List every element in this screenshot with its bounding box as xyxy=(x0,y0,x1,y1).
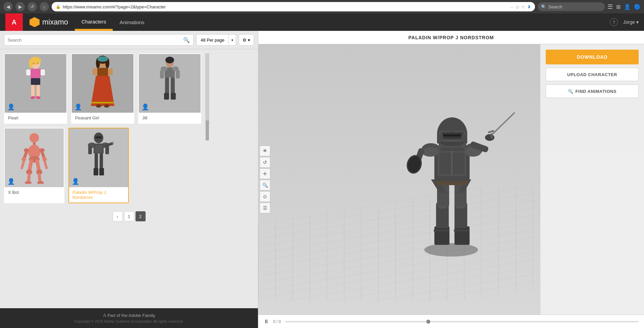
back-button[interactable]: ◀ xyxy=(3,2,13,11)
viewer-header: PALADIN W/PROP J NORDSTROM xyxy=(258,31,644,44)
svg-rect-30 xyxy=(165,77,169,94)
profile-icon[interactable]: 👤 xyxy=(624,4,631,10)
svg-line-40 xyxy=(22,161,24,168)
character-name-pearl: Pearl xyxy=(5,113,66,123)
svg-rect-8 xyxy=(37,85,40,97)
grid-row-2: 👤 X Bot xyxy=(4,128,254,203)
svg-rect-72 xyxy=(454,226,470,245)
viewer-tool-eye[interactable]: 👁 xyxy=(260,146,270,156)
svg-rect-7 xyxy=(31,85,35,97)
viewer-tool-menu[interactable]: ☰ xyxy=(260,203,270,213)
extension-icon[interactable]: 🔵 xyxy=(634,4,641,10)
forward-button[interactable]: ▶ xyxy=(15,2,25,11)
per-page-select[interactable]: 48 Per page ▾ xyxy=(196,34,236,46)
upload-character-button[interactable]: UPLOAD CHARACTER xyxy=(546,68,639,81)
characters-grid: 👤 Pearl xyxy=(0,49,258,308)
viewer-tool-move[interactable]: ✛ xyxy=(260,168,270,179)
prev-page-button[interactable]: ‹ xyxy=(113,211,123,221)
per-page-button[interactable]: 48 Per page xyxy=(196,34,228,46)
find-animations-button[interactable]: 🔍 FIND ANIMATIONS xyxy=(546,85,639,98)
settings-dropdown-arrow: ▾ xyxy=(248,38,250,43)
footer-logo: 𝔸 Part of the Adobe Family xyxy=(5,313,253,318)
tabs-icon[interactable]: ⊞ xyxy=(616,4,621,10)
svg-point-17 xyxy=(97,56,108,62)
paladin-3d-svg xyxy=(387,99,515,260)
refresh-button[interactable]: ↺ xyxy=(28,2,37,11)
svg-rect-71 xyxy=(434,226,449,245)
size-icon-jill: 👤 xyxy=(142,103,149,111)
svg-point-87 xyxy=(422,147,439,157)
size-icon-xbot: 👤 xyxy=(7,178,15,185)
search-input[interactable] xyxy=(8,38,181,43)
header-right: ? Jorge ▾ xyxy=(610,18,639,26)
footer-copyright: Copyright © 2018 Adobe Systems Incorpora… xyxy=(5,319,253,323)
svg-rect-3 xyxy=(31,69,41,78)
url-bar[interactable]: 🔒 https://www.mixamo.com/#/?page=2&type=… xyxy=(52,2,535,11)
help-button[interactable]: ? xyxy=(610,18,618,26)
time-display: 0 / 0 xyxy=(273,319,281,324)
character-card-jill[interactable]: 👤 Jill xyxy=(138,53,201,124)
svg-rect-31 xyxy=(171,77,175,94)
svg-line-44 xyxy=(45,161,47,168)
svg-rect-104 xyxy=(450,117,454,132)
menu-icon[interactable]: ☰ xyxy=(607,3,613,10)
character-card-peasant[interactable]: 👤 Peasant Girl xyxy=(71,53,134,124)
size-icon-pearl: 👤 xyxy=(7,103,15,111)
peasant-figure xyxy=(86,56,119,111)
viewer-tool-focus[interactable]: ⊙ xyxy=(260,191,270,202)
character-thumbnail-pearl: 👤 xyxy=(5,54,66,113)
user-menu[interactable]: Jorge ▾ xyxy=(623,19,639,25)
browser-search-placeholder: Search xyxy=(548,4,562,9)
svg-rect-61 xyxy=(88,146,92,154)
viewer-tool-rotate[interactable]: ↺ xyxy=(260,157,270,168)
character-thumbnail-xbot: 👤 xyxy=(5,128,64,187)
home-button[interactable]: ⌂ xyxy=(40,2,49,11)
nav-tab-characters[interactable]: Characters xyxy=(75,13,113,31)
per-page-dropdown-arrow[interactable]: ▾ xyxy=(228,34,236,46)
pagination-bar: ‹ 1 2 xyxy=(4,207,254,225)
nav-tab-animations[interactable]: Animations xyxy=(113,13,151,31)
svg-point-22 xyxy=(104,104,109,108)
svg-rect-73 xyxy=(434,230,449,231)
app-header: A mixamo Characters Animations ? Jorge ▾ xyxy=(0,13,644,31)
timeline-slider[interactable] xyxy=(285,321,639,322)
character-card-pearl[interactable]: 👤 Pearl xyxy=(4,53,67,124)
character-name-xbot: X Bot xyxy=(5,187,64,198)
svg-rect-56 xyxy=(96,137,101,138)
size-icon-peasant: 👤 xyxy=(74,103,82,111)
download-button[interactable]: DOWNLOAD xyxy=(546,50,639,64)
page-2-button[interactable]: 2 xyxy=(136,211,146,221)
character-thumbnail-jill: 👤 xyxy=(139,54,201,113)
svg-rect-32 xyxy=(164,93,169,100)
right-panel: PALADIN W/PROP J NORDSTROM xyxy=(258,31,644,328)
url-text: https://www.mixamo.com/#/?page=2&type=Ch… xyxy=(63,4,508,9)
nav-tabs: Characters Animations xyxy=(75,13,151,31)
character-card-xbot[interactable]: 👤 X Bot xyxy=(4,128,64,203)
svg-line-92 xyxy=(491,112,515,135)
viewer-tool-zoom[interactable]: 🔍 xyxy=(260,180,270,190)
page-1-button[interactable]: 1 xyxy=(124,211,134,221)
overflow-icon: ··· xyxy=(510,4,514,9)
lock-icon: 🔒 xyxy=(56,4,61,9)
svg-rect-6 xyxy=(31,78,40,85)
character-card-paladin[interactable]: 👤 Paladin W/Prop J Nordstrom xyxy=(68,128,129,203)
browser-search-bar[interactable]: 🔍 Search xyxy=(538,2,605,11)
search-icon: 🔍 xyxy=(541,4,546,9)
svg-rect-29 xyxy=(176,70,180,78)
svg-point-34 xyxy=(30,133,39,143)
scroll-indicator[interactable] xyxy=(205,53,209,124)
viewer-3d[interactable]: 👁 ↺ ✛ 🔍 ⊙ ☰ DOWNLOAD UPLOAD CHARACTER 🔍 … xyxy=(258,44,644,315)
pearl-figure xyxy=(19,57,52,110)
pause-button[interactable]: ⏸ xyxy=(264,319,269,325)
settings-button[interactable]: ⚙ ▾ xyxy=(239,34,254,46)
svg-rect-4 xyxy=(26,69,31,75)
mixamo-logo: mixamo xyxy=(23,17,75,27)
action-panel: DOWNLOAD UPLOAD CHARACTER 🔍 FIND ANIMATI… xyxy=(540,44,644,315)
svg-rect-65 xyxy=(95,154,98,169)
svg-point-70 xyxy=(424,243,478,257)
search-box[interactable]: 🔍 xyxy=(4,34,194,46)
size-icon-paladin: 👤 xyxy=(72,178,79,185)
timeline-handle[interactable] xyxy=(426,320,430,324)
svg-rect-28 xyxy=(160,70,164,78)
scroll-thumb[interactable] xyxy=(206,120,209,141)
